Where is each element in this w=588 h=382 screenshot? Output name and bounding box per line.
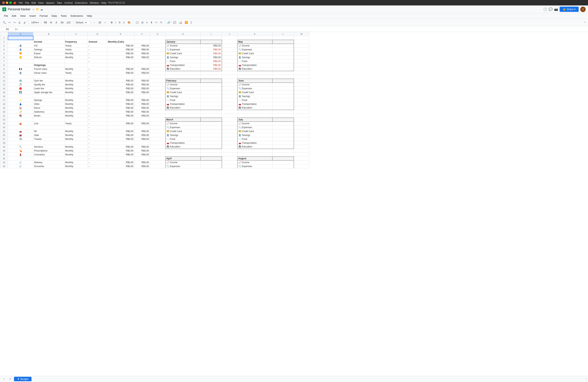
cell-f26[interactable]: R$0,00 xyxy=(134,133,150,137)
cell-c27[interactable]: Monthly xyxy=(64,137,88,141)
cell-h33[interactable]: 📈 Income xyxy=(166,160,200,164)
cell-a11[interactable] xyxy=(8,75,33,79)
cell-f20[interactable]: R$0,00 xyxy=(134,110,150,114)
traffic-lights[interactable] xyxy=(2,1,12,4)
cell-d32[interactable]: ▾ xyxy=(88,157,107,160)
col-header-b[interactable]: B xyxy=(33,32,64,36)
cell-f31[interactable]: R$0,00 xyxy=(134,153,150,157)
cell-d19[interactable]: ▾ xyxy=(88,106,107,110)
cell-a12[interactable]: ⚙️ xyxy=(8,79,33,83)
cell-c1[interactable] xyxy=(64,36,88,40)
cell-g31[interactable] xyxy=(150,153,166,157)
text-color-button[interactable]: A xyxy=(122,20,126,25)
cell-c24[interactable] xyxy=(64,126,88,129)
cell-d23[interactable]: ▾ xyxy=(88,122,107,126)
cell-k22[interactable]: July xyxy=(237,118,273,122)
cell-a5[interactable]: 🧡 xyxy=(8,52,33,55)
cell-m2[interactable] xyxy=(294,40,309,44)
cell-e15[interactable]: R$0,00 xyxy=(107,90,134,94)
cell-c34[interactable]: Monthly xyxy=(64,164,88,168)
cell-d10[interactable]: ▾ xyxy=(88,71,107,75)
cell-i1[interactable] xyxy=(200,36,222,40)
decimal-inc-button[interactable]: .00 xyxy=(59,21,65,24)
cell-i21[interactable] xyxy=(200,114,222,118)
cell-d20[interactable]: ▾ xyxy=(88,110,107,114)
scroll-right-button[interactable]: › xyxy=(586,378,587,381)
cell-b22[interactable] xyxy=(33,118,64,122)
cell-j22[interactable] xyxy=(222,118,237,122)
cell-m24[interactable] xyxy=(294,126,309,129)
tabs-menu[interactable]: Tabs xyxy=(57,1,62,4)
cell-k24[interactable]: 📉 Expenses xyxy=(237,126,273,129)
cell-d7[interactable]: ▾ xyxy=(88,59,107,63)
cell-e9[interactable]: R$0,00 xyxy=(107,67,134,71)
cell-d21[interactable]: ▾ xyxy=(88,114,107,118)
cell-d22[interactable]: ▾ xyxy=(88,118,107,122)
filter-button[interactable]: 🔽 xyxy=(184,20,189,25)
cell-a13[interactable]: 🎵 xyxy=(8,83,33,86)
cell-k9[interactable]: 📚 Education xyxy=(237,67,273,71)
cell-h10[interactable] xyxy=(166,71,200,75)
cell-h16[interactable]: 🏦 Savings xyxy=(166,94,200,98)
cell-k16[interactable]: 🏦 Savings xyxy=(237,94,273,98)
cell-a8[interactable] xyxy=(8,63,33,67)
decimal-dec-button[interactable]: .0 xyxy=(54,21,59,24)
cell-k10[interactable] xyxy=(237,71,273,75)
view-menu-item[interactable]: View xyxy=(19,14,27,18)
cell-h23[interactable]: 📈 Income xyxy=(166,122,200,126)
cell-h5[interactable]: 💳 Credit Card xyxy=(166,52,200,55)
cell-a4[interactable]: 🏦 xyxy=(8,48,33,52)
cell-b13[interactable]: Spotify fee xyxy=(33,83,64,86)
cell-h20[interactable] xyxy=(166,110,200,114)
paint-format-button[interactable]: 🖌 xyxy=(22,20,27,25)
cell-b31[interactable]: Cosmetics xyxy=(33,153,64,157)
cell-h12[interactable]: February xyxy=(166,79,200,83)
cell-b17[interactable]: Splurge xyxy=(33,98,64,102)
cell-d26[interactable]: ▾ xyxy=(88,133,107,137)
cell-g24[interactable] xyxy=(150,126,166,129)
cell-b32[interactable] xyxy=(33,157,64,160)
cell-l22[interactable] xyxy=(273,118,294,122)
cell-j12[interactable] xyxy=(222,79,237,83)
percent-button[interactable]: % xyxy=(49,21,53,24)
highlight-color-button[interactable]: 🎨 xyxy=(126,20,132,25)
cell-a7[interactable] xyxy=(8,59,33,63)
cell-g26[interactable] xyxy=(150,133,166,137)
cell-j9[interactable] xyxy=(222,67,237,71)
cell-i4[interactable]: R$0,00 xyxy=(200,48,222,52)
cell-a24[interactable] xyxy=(8,126,33,129)
cell-i32[interactable] xyxy=(200,157,222,160)
cell-f13[interactable]: R$0,00 xyxy=(134,83,150,86)
cell-g18[interactable] xyxy=(150,102,166,106)
sheet-area[interactable]: A B C D E F G H I J K L M xyxy=(0,32,588,376)
cell-g21[interactable] xyxy=(150,114,166,118)
cell-g3[interactable] xyxy=(150,44,166,48)
cell-f29[interactable]: R$0,00 xyxy=(134,145,150,149)
insert-menu-item[interactable]: Insert xyxy=(28,14,37,18)
cell-a31[interactable]: 💄 xyxy=(8,153,33,157)
cell-g2[interactable] xyxy=(150,40,166,44)
cell-j26[interactable] xyxy=(222,133,237,137)
cell-g32[interactable] xyxy=(150,157,166,160)
cell-i30[interactable] xyxy=(200,149,222,153)
cell-g19[interactable] xyxy=(150,106,166,110)
cell-e33[interactable]: R$0,00 xyxy=(107,160,134,164)
cell-m34[interactable] xyxy=(294,164,309,168)
cell-b2[interactable]: Income xyxy=(33,40,64,44)
cell-c14[interactable]: Monthly xyxy=(64,86,88,90)
cell-f34[interactable]: R$0,00 xyxy=(134,164,150,168)
cell-i29[interactable] xyxy=(200,145,222,149)
cell-f32[interactable] xyxy=(134,157,150,160)
cell-j11[interactable] xyxy=(222,75,237,79)
cell-a15[interactable]: 💾 xyxy=(8,90,33,94)
cell-c12[interactable]: Monthly xyxy=(64,79,88,83)
cell-i7[interactable]: R$0,00 xyxy=(200,59,222,63)
cell-f15[interactable]: R$0,00 xyxy=(134,90,150,94)
comment-button[interactable]: 💬 xyxy=(172,20,177,25)
col-header-g[interactable]: G xyxy=(150,32,166,36)
cell-i5[interactable]: R$0,00 xyxy=(200,52,222,55)
cell-f2[interactable] xyxy=(134,40,150,44)
undo-button[interactable]: ↩ xyxy=(7,20,12,25)
cell-f7[interactable] xyxy=(134,59,150,63)
collapse-button[interactable]: ^ xyxy=(583,20,587,25)
